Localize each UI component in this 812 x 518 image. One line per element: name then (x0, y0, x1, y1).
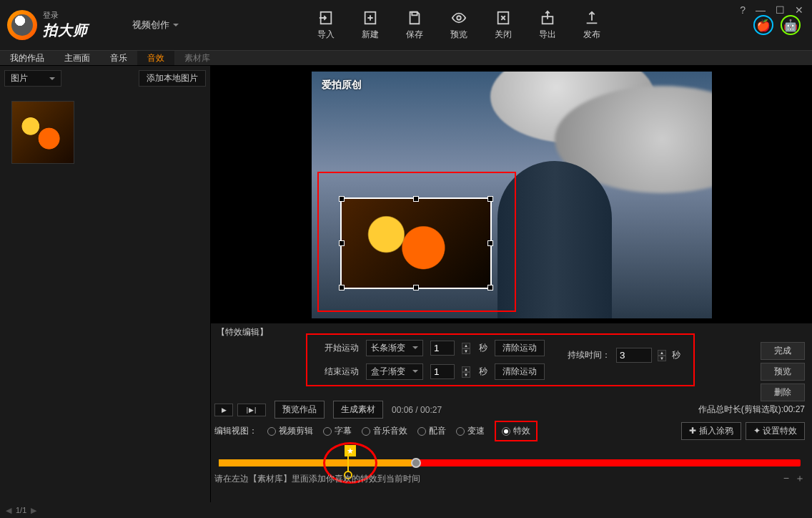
help-icon[interactable]: ? (740, 4, 746, 16)
time-display: 00:06 / 00:27 (392, 405, 442, 415)
unit-label: 秒 (479, 342, 487, 354)
svg-rect-2 (412, 11, 417, 15)
import-label: 导入 (317, 29, 335, 41)
overlay-selection[interactable] (340, 197, 492, 289)
radio-effect-highlighted[interactable]: 特效 (495, 421, 538, 441)
apple-store-icon[interactable]: 🍎 (753, 15, 773, 35)
asset-thumbnail[interactable] (11, 101, 74, 164)
clear-start-motion-button[interactable]: 清除运动 (495, 340, 545, 356)
app-logo-icon (7, 10, 37, 40)
mode-dropdown[interactable]: 视频创作 (132, 19, 179, 31)
footer-pagination: ◀ 1/1 ▶ (0, 502, 211, 518)
generate-asset-button[interactable]: 生成素材 (333, 401, 383, 419)
radio-clip[interactable]: 视频剪辑 (267, 425, 313, 437)
tab-sound-effects[interactable]: 音效 (137, 51, 174, 65)
category-dropdown[interactable]: 图片 (4, 70, 61, 87)
start-motion-label: 开始运动 (319, 342, 359, 354)
new-label: 新建 (362, 29, 379, 41)
radio-speed[interactable]: 变速 (456, 425, 485, 437)
duration-label: 持续时间： (568, 349, 610, 361)
page-prev-icon[interactable]: ◀ (6, 506, 11, 515)
timeline: ★ 请在左边【素材库】里面添加你喜欢的特效到当前时间 − ＋ (214, 442, 805, 485)
segment-play-button[interactable]: |▶| (237, 404, 266, 416)
svg-point-3 (457, 16, 461, 20)
video-preview: 爱拍原创 (312, 72, 712, 318)
timeline-playhead[interactable] (411, 458, 421, 468)
clear-end-motion-button[interactable]: 清除运动 (495, 363, 545, 380)
effect-panel: 开始运动 长条渐变 ▲▼ 秒 清除运动 结束运动 盒子渐变 ▲▼ 秒 清除运动 … (306, 333, 695, 386)
minimize-icon[interactable]: — (756, 4, 766, 16)
save-button[interactable]: 保存 (406, 10, 423, 41)
delete-button[interactable]: 删除 (761, 383, 805, 401)
add-local-image-button[interactable]: 添加本地图片 (139, 70, 206, 87)
unit-label-2: 秒 (479, 366, 487, 378)
tab-my-works[interactable]: 我的作品 (0, 51, 54, 65)
end-motion-dropdown[interactable]: 盒子渐变 (366, 363, 423, 380)
overlay-image (342, 199, 490, 288)
page-indicator: 1/1 (16, 506, 26, 514)
close-label: 关闭 (495, 29, 512, 41)
play-button[interactable]: ▶ (214, 404, 233, 416)
complete-button[interactable]: 完成 (761, 342, 805, 360)
radio-dub[interactable]: 配音 (417, 425, 446, 437)
end-seconds-stepper[interactable]: ▲▼ (462, 366, 470, 378)
publish-button[interactable]: 发布 (583, 10, 600, 41)
tab-library[interactable]: 素材库 (174, 51, 220, 65)
timeline-hint: 请在左边【素材库】里面添加你喜欢的特效到当前时间 (214, 473, 420, 485)
publish-label: 发布 (583, 29, 600, 41)
total-duration: 作品总时长(剪辑选取):00:27 (698, 404, 805, 416)
import-button[interactable]: 导入 (317, 10, 335, 41)
end-seconds-input[interactable] (430, 364, 455, 379)
insert-scribble-button[interactable]: ✚ 插入涂鸦 (681, 422, 741, 440)
duration-unit: 秒 (672, 349, 680, 361)
login-link[interactable]: 登录 (43, 10, 88, 21)
tab-main-canvas[interactable]: 主画面 (54, 51, 100, 65)
view-label: 编辑视图： (214, 425, 257, 437)
radio-audio[interactable]: 音乐音效 (362, 425, 407, 437)
category-label: 图片 (11, 72, 28, 84)
watermark-text: 爱拍原创 (322, 79, 362, 92)
export-label: 导出 (539, 29, 556, 41)
sidebar: 图片 添加本地图片 (0, 66, 211, 502)
zoom-out-icon[interactable]: − (783, 472, 789, 485)
page-next-icon[interactable]: ▶ (31, 506, 36, 515)
start-seconds-input[interactable] (430, 341, 455, 356)
duration-input[interactable] (616, 348, 652, 363)
save-label: 保存 (406, 29, 423, 41)
effect-edit-label: 【特效编辑】 (211, 323, 274, 341)
preview-button[interactable]: 预览 (450, 10, 467, 41)
window-controls: ? — ☐ ✕ (740, 4, 803, 16)
zoom-in-icon[interactable]: ＋ (795, 472, 805, 485)
tab-music[interactable]: 音乐 (100, 51, 137, 65)
app-name: 拍大师 (43, 21, 88, 40)
export-button[interactable]: 导出 (539, 10, 556, 41)
duration-stepper[interactable]: ▲▼ (658, 350, 666, 361)
radio-subtitle[interactable]: 字幕 (323, 425, 352, 437)
android-store-icon[interactable]: 🤖 (781, 15, 801, 35)
preview-work-button[interactable]: 预览作品 (274, 401, 325, 419)
mode-label: 视频创作 (132, 19, 169, 31)
timeline-progress (219, 459, 412, 466)
new-button[interactable]: 新建 (362, 10, 379, 41)
close-button[interactable]: 关闭 (495, 10, 512, 41)
end-motion-label: 结束运动 (319, 366, 359, 378)
canvas-area: 爱拍原创 (211, 66, 812, 323)
set-effect-button[interactable]: ✦ 设置特效 (746, 422, 805, 440)
preview-effect-button[interactable]: 预览 (761, 363, 805, 381)
maximize-icon[interactable]: ☐ (776, 4, 785, 16)
preview-label: 预览 (450, 29, 467, 41)
close-icon[interactable]: ✕ (795, 4, 803, 16)
start-seconds-stepper[interactable]: ▲▼ (462, 343, 470, 354)
start-motion-dropdown[interactable]: 长条渐变 (366, 340, 423, 356)
